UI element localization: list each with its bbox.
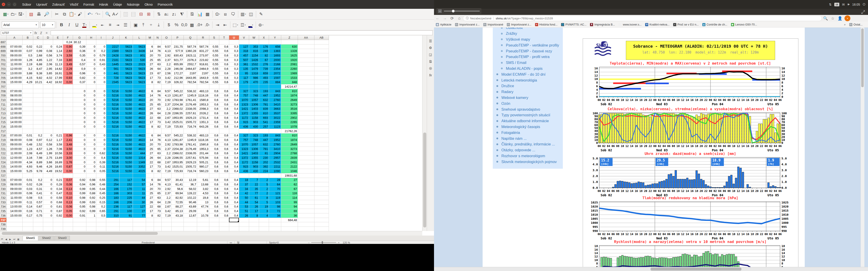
cell-H718[interactable]: 0 (86, 133, 96, 138)
cell-AA737[interactable] (298, 218, 314, 222)
cell-T736[interactable]: 0,6 (219, 213, 229, 218)
cell-AB729[interactable] (314, 182, 329, 187)
cell-P737[interactable] (171, 218, 184, 222)
cell-F733[interactable]: 0,13 (63, 200, 73, 204)
cell-R711[interactable]: 1953,3 (197, 102, 209, 107)
cell-K730[interactable]: 170 (119, 187, 133, 191)
cell-J711[interactable]: 5216 (106, 102, 119, 107)
cell-T711[interactable]: 0,6 (219, 102, 229, 107)
cell-R726[interactable]: 560,23 (197, 169, 209, 173)
cell-K704[interactable]: 5623 (119, 71, 133, 76)
cell-P728[interactable]: 30,43 (171, 178, 184, 182)
cell-C725[interactable]: 9,46 (33, 164, 43, 169)
last-sheet-icon[interactable]: ⏭ (12, 238, 16, 240)
cell-Q731[interactable]: 128,22 (184, 191, 197, 196)
row-header-701[interactable]: 701 (0, 58, 6, 62)
cell-E718[interactable]: 0,21 (53, 133, 63, 138)
cell-AB705[interactable] (314, 75, 329, 80)
freeze-panes-icon[interactable]: ▥▾ (240, 10, 247, 18)
cell-AA720[interactable] (298, 142, 314, 147)
cell-R722[interactable]: 201,44 (197, 151, 209, 156)
cell-S709[interactable]: 0,6 (209, 93, 219, 98)
cell-C709[interactable] (33, 93, 43, 98)
cell-M708[interactable]: 6 (146, 89, 154, 93)
cell-G737[interactable] (73, 218, 86, 222)
column-header-W[interactable]: W (249, 35, 259, 40)
cell-W715[interactable]: 903 (249, 120, 259, 125)
cell-W729[interactable]: 22 (249, 182, 259, 187)
cell-X724[interactable]: 202 (259, 160, 269, 164)
cell-G720[interactable]: 0 (73, 142, 86, 147)
cell-D722[interactable]: 1,99 (43, 151, 53, 156)
row-header-707[interactable]: 707 (0, 84, 6, 89)
cell-I719[interactable]: 0 (96, 138, 106, 142)
cell-P729[interactable]: 61,41 (171, 182, 184, 187)
cell-G712[interactable]: 0 (73, 107, 86, 111)
cell-F712[interactable] (63, 107, 73, 111)
cell-D732[interactable]: 0 (43, 196, 53, 200)
cell-P730[interactable]: 56,6 (171, 187, 184, 191)
cell-A728[interactable]: 07:00:00 (6, 178, 22, 182)
cell-W707[interactable] (249, 84, 259, 89)
row-header-702[interactable]: 702 (0, 62, 6, 67)
cell-T712[interactable]: 0,6 (219, 107, 229, 111)
cell-R736[interactable]: 10,78 (197, 213, 209, 218)
cell-I731[interactable]: 0,45 (96, 191, 106, 196)
cell-L722[interactable]: 444 (133, 151, 146, 156)
cell-L733[interactable]: 30 (133, 200, 146, 204)
cell-M717[interactable] (146, 129, 154, 133)
cell-B717[interactable] (22, 129, 33, 133)
cell-AA699[interactable] (298, 49, 314, 53)
cell-Q712[interactable]: 2338,05 (184, 107, 197, 111)
cell-I716[interactable]: 0 (96, 125, 106, 129)
cell-B712[interactable] (22, 107, 33, 111)
cell-P736[interactable]: 43,18 (171, 213, 184, 218)
cell-I726[interactable]: 0,05 (96, 169, 106, 173)
formula-input[interactable] (51, 31, 433, 35)
cell-D733[interactable]: 0 (43, 200, 53, 204)
cell-Z699[interactable]: 1328 (281, 49, 298, 53)
cell-X727[interactable] (259, 173, 269, 178)
cell-M728[interactable]: 6 (146, 178, 154, 182)
cell-O701[interactable]: 2,37 (161, 58, 171, 62)
delete-row-icon[interactable]: ⊟ (137, 10, 145, 18)
cell-Y731[interactable]: 121 (269, 191, 281, 196)
cell-B715[interactable] (22, 120, 33, 125)
cell-U714[interactable]: 0,4 (229, 115, 239, 120)
sidebar-link-19[interactable]: Napíšte nám ... (493, 135, 563, 141)
cell-H733[interactable]: 0,93 (86, 200, 96, 204)
column-header-A[interactable]: A (6, 35, 22, 40)
cell-Q702[interactable]: 2552,7 (184, 62, 197, 67)
cell-B716[interactable] (22, 125, 33, 129)
cell-P712[interactable]: 2368,02 (171, 107, 184, 111)
cell-D710[interactable] (43, 98, 53, 102)
slider-knob[interactable] (452, 10, 455, 12)
conditional-formatting-icon[interactable]: ⊜▾ (257, 21, 265, 29)
cell-C700[interactable]: 2,68 (33, 53, 43, 58)
row-header-729[interactable]: 729 (0, 182, 6, 187)
cell-B738[interactable] (22, 222, 33, 227)
cell-M739[interactable] (146, 227, 154, 231)
cell-L703[interactable]: 5623 (133, 67, 146, 71)
cell-P725[interactable]: 1525,01 (171, 164, 184, 169)
cell-X708[interactable]: 193 (259, 89, 269, 93)
row-header-739[interactable]: 739 (0, 227, 6, 231)
cell-S731[interactable]: 0,6 (209, 191, 219, 196)
cell-X703[interactable]: 739 (259, 67, 269, 71)
cell-H734[interactable]: 0,98 (86, 204, 96, 209)
cell-P723[interactable]: 2286,55 (171, 156, 184, 160)
cell-U724[interactable]: 0,4 (229, 160, 239, 164)
cell-AA716[interactable] (298, 125, 314, 129)
cell-U723[interactable]: 0,4 (229, 156, 239, 160)
namebox-dropdown-icon[interactable]: ▼ (30, 32, 32, 34)
cell-W724[interactable]: 1158 (249, 160, 259, 164)
cell-Z732[interactable]: 114 (281, 196, 298, 200)
zoom-slider-knob[interactable] (322, 241, 323, 244)
cell-AA705[interactable] (298, 75, 314, 80)
cell-A715[interactable]: 14:00:00 (6, 120, 22, 125)
cell-P706[interactable]: 326,32 (171, 80, 184, 84)
close-window-button[interactable]: ✕ (2, 3, 5, 6)
cell-C736[interactable]: 0,75 (33, 213, 43, 218)
cell-N719[interactable]: 76 (154, 138, 161, 142)
cell-H704[interactable]: 0 (86, 71, 96, 76)
